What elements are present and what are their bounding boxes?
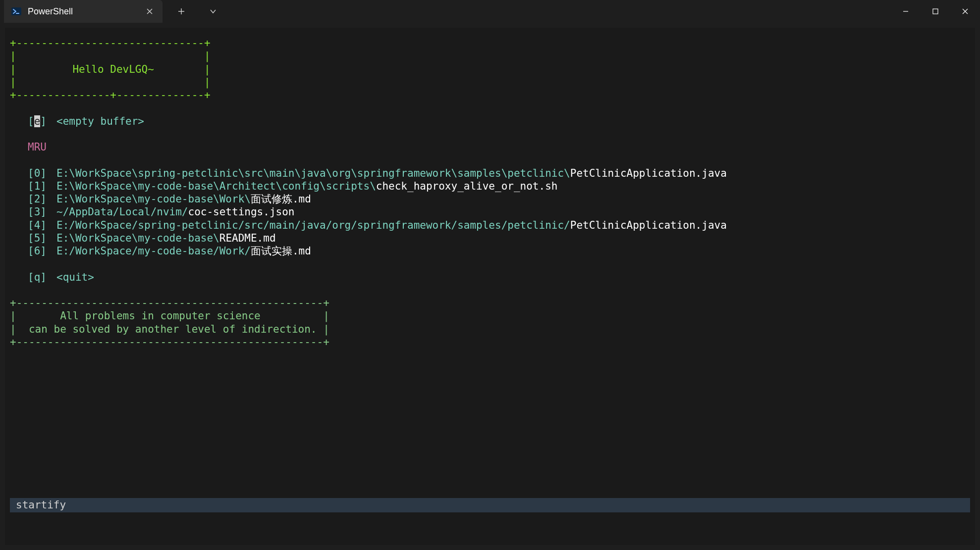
header-box-bottom: +---------------+--------------+ (10, 89, 970, 101)
mru-dir: E:\WorkSpace\spring-petclinic\src\main\j… (56, 167, 570, 179)
active-tab[interactable]: PowerShell (4, 0, 163, 23)
blank-line (10, 153, 970, 166)
mru-dir: E:\WorkSpace\my-code-base\ (56, 232, 219, 244)
quit-label: <quit> (56, 271, 94, 284)
titlebar: PowerShell (0, 0, 980, 23)
mru-filename: README.md (219, 232, 276, 244)
quit-row[interactable]: [q] <quit> (10, 271, 970, 284)
powershell-icon (11, 6, 22, 17)
mru-row[interactable]: [4]E:/WorkSpace/spring-petclinic/src/mai… (10, 219, 970, 232)
mru-path: ~/AppData/Local/nvim/coc-settings.json (56, 205, 294, 218)
mru-filename: PetClinicApplication.java (570, 167, 727, 179)
mru-key: [5] (28, 232, 56, 245)
mru-row[interactable]: [3]~/AppData/Local/nvim/coc-settings.jso… (10, 205, 970, 218)
mru-heading: MRU (10, 141, 970, 153)
mru-path: E:/WorkSpace/my-code-base/Work/面试实操.md (56, 245, 311, 257)
mru-dir: E:/WorkSpace/spring-petclinic/src/main/j… (56, 219, 570, 231)
mru-path: E:\WorkSpace\my-code-base\README.md (56, 232, 276, 245)
mru-dir: E:\WorkSpace\my-code-base\Work\ (56, 193, 251, 205)
tab-dropdown-button[interactable] (203, 0, 223, 23)
mru-row[interactable]: [2]E:\WorkSpace\my-code-base\Work\面试修炼.m… (10, 193, 970, 205)
mru-path: E:\WorkSpace\my-code-base\Work\面试修炼.md (56, 193, 311, 205)
mru-filename: 面试修炼.md (251, 193, 311, 205)
svg-rect-3 (933, 9, 938, 14)
mru-filename: PetClinicApplication.java (570, 219, 727, 231)
mru-dir: ~/AppData/Local/nvim/ (56, 206, 188, 218)
empty-buffer-label: <empty buffer> (56, 115, 144, 128)
tab-close-button[interactable] (144, 5, 156, 17)
bracket-open: [ (28, 115, 34, 127)
mru-filename: 面试实操.md (251, 245, 311, 257)
cursor-on-key: e (34, 115, 41, 127)
blank-line (10, 101, 970, 114)
bracket-close: ] (40, 115, 47, 127)
header-box-top: +------------------------------+ (10, 37, 970, 50)
tab-actions (163, 0, 223, 23)
footer-box-top: +---------------------------------------… (10, 297, 970, 309)
maximize-button[interactable] (921, 0, 950, 23)
mru-filename: coc-settings.json (188, 206, 295, 218)
statusline: startify (10, 498, 970, 512)
quit-key: [q] (28, 271, 56, 284)
header-box-empty: | | (10, 76, 970, 89)
mru-path: E:\WorkSpace\spring-petclinic\src\main\j… (56, 167, 727, 180)
header-box-center: | Hello DevLGQ~ | (10, 63, 970, 76)
blank-line (10, 257, 970, 270)
minimize-button[interactable] (891, 0, 921, 23)
terminal-area[interactable]: +------------------------------+ | | | H… (5, 28, 975, 545)
footer-quote-line2: | can be solved by another level of indi… (10, 323, 970, 336)
blank-line (10, 284, 970, 297)
tab-title: PowerShell (28, 6, 138, 17)
mru-key: [2] (28, 193, 56, 205)
mru-row[interactable]: [1]E:\WorkSpace\my-code-base\Architect\c… (10, 180, 970, 193)
mru-key: [0] (28, 167, 56, 180)
mru-key: [1] (28, 180, 56, 193)
mru-dir: E:/WorkSpace/my-code-base/Work/ (56, 245, 251, 257)
mru-list: [0]E:\WorkSpace\spring-petclinic\src\mai… (10, 167, 970, 258)
mru-path: E:\WorkSpace\my-code-base\Architect\conf… (56, 180, 557, 193)
footer-box-bottom: +---------------------------------------… (10, 336, 970, 349)
footer-quote-line1: | All problems in computer science | (10, 309, 970, 322)
mru-dir: E:\WorkSpace\my-code-base\Architect\conf… (56, 180, 376, 192)
mru-filename: check_haproxy_alive_or_not.sh (376, 180, 558, 192)
window-controls (891, 0, 980, 23)
header-box-empty: | | (10, 50, 970, 62)
mru-row[interactable]: [5]E:\WorkSpace\my-code-base\README.md (10, 232, 970, 245)
blank-line (10, 128, 970, 141)
new-tab-button[interactable] (171, 0, 191, 23)
mru-row[interactable]: [0]E:\WorkSpace\spring-petclinic\src\mai… (10, 167, 970, 180)
empty-buffer-row[interactable]: [e] <empty buffer> (10, 115, 970, 128)
mru-key: [6] (28, 245, 56, 257)
mru-path: E:/WorkSpace/spring-petclinic/src/main/j… (56, 219, 727, 232)
mru-key: [4] (28, 219, 56, 232)
mru-row[interactable]: [6]E:/WorkSpace/my-code-base/Work/面试实操.m… (10, 245, 970, 257)
close-window-button[interactable] (950, 0, 980, 23)
mru-key: [3] (28, 205, 56, 218)
